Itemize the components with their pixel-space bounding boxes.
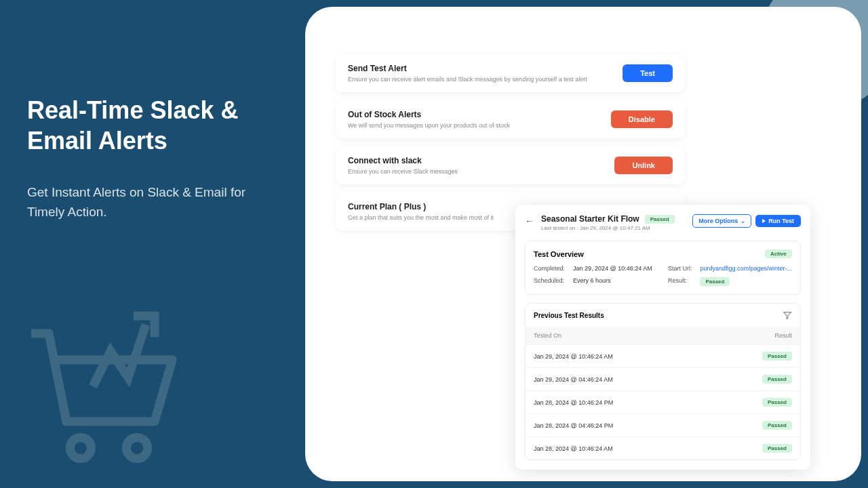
result-date: Jan 28, 2024 @ 10:46:24 AM — [534, 445, 613, 452]
run-test-label: Run Test — [768, 218, 794, 224]
filter-icon[interactable] — [783, 310, 792, 320]
completed-label: Completed: — [534, 265, 565, 272]
result-date: Jan 29, 2024 @ 04:46:24 AM — [534, 376, 613, 383]
table-row[interactable]: Jan 28, 2024 @ 10:46:24 PM Passed — [526, 390, 800, 413]
result-badge: Passed — [762, 444, 792, 453]
start-url-label: Start Url: — [668, 265, 692, 272]
setting-desc: Ensure you can receive Slack messages — [348, 168, 458, 175]
status-badge: Passed — [645, 215, 675, 224]
hero-subtitle: Get Instant Alerts on Slack & Email for … — [27, 183, 271, 222]
flow-title: Seasonal Starter Kit Flow — [541, 214, 639, 224]
unlink-button[interactable]: Unlink — [614, 157, 673, 174]
results-title: Previous Test Results — [534, 312, 604, 319]
overview-title: Test Overview — [534, 250, 584, 258]
start-url-value[interactable]: purdyandfigg.com/pages/winter-... — [700, 265, 792, 272]
completed-value: Jan 29, 2024 @ 10:46:24 AM — [573, 265, 660, 272]
shopping-cart-icon — [14, 298, 190, 474]
result-badge: Passed — [762, 398, 792, 407]
flow-header: ← Seasonal Starter Kit Flow Passed Last … — [525, 214, 801, 231]
table-row[interactable]: Jan 29, 2024 @ 04:46:24 AM Passed — [526, 367, 800, 390]
result-date: Jan 29, 2024 @ 10:46:24 AM — [534, 353, 613, 360]
hero-title: Real-Time Slack & Email Alerts — [27, 95, 271, 156]
previous-results-card: Previous Test Results Tested On Result J… — [525, 303, 801, 460]
result-badge: Passed — [762, 352, 792, 361]
test-overview-card: Test Overview Active Completed: Jan 29, … — [525, 241, 801, 295]
table-row[interactable]: Jan 28, 2024 @ 10:46:24 AM Passed — [526, 436, 800, 460]
result-date: Jan 28, 2024 @ 10:46:24 PM — [534, 399, 613, 406]
setting-desc: Ensure you can receive alert emails and … — [348, 76, 587, 83]
col-result: Result — [774, 332, 792, 339]
disable-button[interactable]: Disable — [611, 110, 673, 128]
result-badge: Passed — [762, 375, 792, 384]
setting-desc: We will send you messages upon your prod… — [348, 122, 510, 129]
play-icon — [762, 219, 766, 223]
flow-last-tested: Last tested on : Jan 29, 2024 @ 10:47:21… — [541, 225, 675, 231]
setting-send-test-alert: Send Test Alert Ensure you can receive a… — [336, 54, 685, 92]
svg-point-1 — [126, 437, 147, 458]
table-row[interactable]: Jan 28, 2024 @ 04:46:24 PM Passed — [526, 413, 800, 436]
result-badge: Passed — [700, 277, 730, 286]
setting-title: Current Plan ( Plus ) — [348, 202, 494, 211]
table-row[interactable]: Jan 29, 2024 @ 10:46:24 AM Passed — [526, 344, 800, 367]
more-options-button[interactable]: More Options ⌄ — [692, 214, 751, 228]
more-options-label: More Options — [698, 218, 738, 224]
setting-title: Send Test Alert — [348, 64, 587, 73]
setting-connect-slack: Connect with slack Ensure you can receiv… — [336, 146, 685, 184]
col-tested-on: Tested On — [534, 332, 561, 339]
scheduled-value: Every 6 hours — [573, 277, 660, 286]
result-badge: Passed — [762, 421, 792, 430]
result-date: Jan 28, 2024 @ 04:46:24 PM — [534, 422, 613, 429]
test-button[interactable]: Test — [623, 64, 673, 82]
setting-desc: Get a plan that suits you the most and m… — [348, 214, 494, 221]
svg-point-0 — [70, 437, 91, 458]
scheduled-label: Scheduled: — [534, 277, 565, 286]
hero-panel: Real-Time Slack & Email Alerts Get Insta… — [0, 0, 298, 488]
run-test-button[interactable]: Run Test — [755, 215, 801, 227]
active-badge: Active — [765, 249, 792, 258]
chevron-down-icon: ⌄ — [741, 218, 745, 224]
back-arrow-icon[interactable]: ← — [525, 216, 534, 226]
setting-out-of-stock: Out of Stock Alerts We will send you mes… — [336, 100, 685, 138]
result-label: Result: — [668, 277, 692, 286]
setting-title: Out of Stock Alerts — [348, 110, 510, 119]
flow-panel: ← Seasonal Starter Kit Flow Passed Last … — [515, 205, 810, 470]
setting-title: Connect with slack — [348, 156, 458, 165]
settings-panel: Send Test Alert Ensure you can receive a… — [336, 54, 685, 230]
